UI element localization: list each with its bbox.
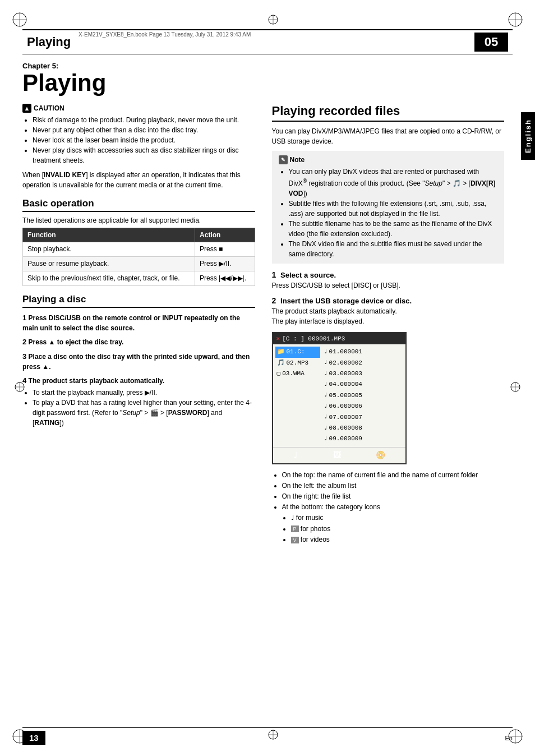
screenshot-right-panel: ♩ 01.000001 ♩ 02.000002 ♩ 03.000003 ♩ [322, 347, 403, 445]
screenshot-body: 📁 01.C: 🎵 02.MP3 ▢ 03.WMA [273, 344, 405, 447]
music-note-icon-r6: ♩ [324, 403, 328, 411]
caution-label: CAUTION [34, 104, 64, 112]
caution-title: ▲ CAUTION [22, 104, 255, 113]
disc-step-4-num: 4 [22, 376, 26, 385]
english-tab: English [521, 112, 535, 160]
screenshot-right-item-6-text: 06.000006 [329, 402, 362, 411]
note-icon: ✎ [279, 155, 288, 164]
recorded-step-2-body: The product starts playback automaticall… [272, 306, 505, 326]
caution-item-4: Never play discs with accessories such a… [33, 145, 255, 165]
music-category-icon[interactable]: ♩ [293, 450, 298, 461]
note-label: Note [290, 156, 305, 164]
screenshot-header-text: [C : ] 000001.MP3 [282, 335, 345, 342]
screenshot-close-icon: ✕ [276, 335, 280, 342]
page-footer: 13 En [22, 727, 513, 745]
music-note-icon-r2: ♩ [324, 359, 328, 367]
music-note-icon-r5: ♩ [324, 391, 328, 399]
note-list: You can only play DivX videos that are r… [279, 167, 498, 259]
two-column-layout: ▲ CAUTION Risk of damage to the product.… [22, 104, 504, 545]
basic-operation-table: Function Action Stop playback. Press ■ P… [22, 228, 255, 285]
photo-bullet-icon: P [291, 525, 299, 532]
screenshot-right-item-8-text: 08.000008 [329, 424, 362, 432]
bullet-left: On the left: the album list [282, 481, 505, 491]
disc-step-1-text: Press DISC/USB on the remote control or … [22, 314, 240, 333]
recorded-step-1-title: Select a source. [280, 271, 336, 279]
screenshot-left-item-3-text: 03.WMA [282, 370, 305, 378]
table-cell-function-3: Skip to the previous/next title, chapter… [23, 271, 195, 285]
recorded-step-1-num: 1 Select a source. [272, 270, 505, 279]
screenshot-right-item-9[interactable]: ♩ 09.000009 [322, 434, 403, 444]
disc-bullet-1: To start the playback manually, press ▶/… [33, 388, 255, 398]
note-box: ✎ Note You can only play DivX videos tha… [272, 151, 505, 264]
playing-a-disc-title: Playing a disc [22, 294, 255, 308]
screenshot-right-item-4[interactable]: ♩ 04.000004 [322, 379, 403, 390]
bullet-right: On the right: the file list [282, 491, 505, 502]
screenshot-left-item-1[interactable]: 📁 01.C: [275, 347, 320, 357]
screenshot-right-item-6[interactable]: ♩ 06.000006 [322, 401, 403, 412]
caution-list: Risk of damage to the product. During pl… [22, 115, 255, 165]
note-item-4: The DivX video file and the subtitle fil… [289, 239, 498, 259]
note-item-2: Subtitle files with the following file e… [289, 199, 498, 219]
table-cell-action-2: Press ▶/II. [195, 256, 255, 271]
screenshot-right-item-1-text: 01.000001 [329, 348, 362, 356]
video-category-icon[interactable]: 📀 [376, 450, 385, 460]
screenshot-header: ✕ [C : ] 000001.MP3 [273, 333, 405, 344]
file-icon-1: ▢ [277, 370, 281, 378]
basic-operation-subtitle: The listed operations are applicable for… [22, 216, 255, 224]
caution-icon: ▲ [22, 104, 31, 113]
screenshot-left-item-2-text: 02.MP3 [287, 359, 309, 367]
center-mark-t [268, 14, 279, 27]
music-note-icon-r1: ♩ [324, 348, 328, 356]
basic-operation-title: Basic operation [22, 198, 255, 212]
screenshot-right-item-7[interactable]: ♩ 07.000007 [322, 412, 403, 423]
photo-category-icon[interactable]: 🖼 [333, 451, 341, 460]
page-en-label: En [505, 735, 513, 741]
screenshot-right-item-3[interactable]: ♩ 03.000003 [322, 368, 403, 379]
recorded-step-1: 1 Select a source. Press DISC/USB to sel… [272, 270, 505, 291]
disc-step-2: 2 Press ▲ to eject the disc tray. [22, 336, 255, 348]
screenshot-right-item-4-text: 04.000004 [329, 380, 362, 389]
table-cell-function-1: Stop playback. [23, 242, 195, 257]
recorded-step-2-title: Insert the USB storage device or disc. [280, 297, 412, 305]
screenshot-left-item-2[interactable]: 🎵 02.MP3 [275, 358, 320, 368]
table-header-action: Action [195, 228, 255, 242]
bullet-photos: P for photos [291, 524, 505, 534]
music-note-icon-r3: ♩ [324, 370, 328, 378]
screenshot-right-item-2[interactable]: ♩ 02.000002 [322, 358, 403, 368]
bullet-videos: V for videos [291, 534, 505, 545]
note-item-3: The subtitle filename has to be the same… [289, 219, 498, 239]
video-bullet-icon: V [291, 537, 299, 543]
screenshot-right-item-8[interactable]: ♩ 08.000008 [322, 423, 403, 434]
music-note-icon-1: 🎵 [277, 359, 285, 367]
note-title: ✎ Note [279, 155, 498, 164]
music-note-icon-r9: ♩ [324, 435, 328, 443]
screenshot-right-item-5[interactable]: ♩ 05.000005 [322, 390, 403, 401]
screenshot-box: ✕ [C : ] 000001.MP3 📁 01.C: 🎵 02.MP3 [272, 332, 407, 464]
table-row: Stop playback. Press ■ [23, 242, 255, 257]
disc-step-1: 1 Press DISC/USB on the remote control o… [22, 312, 255, 334]
screenshot-right-item-1[interactable]: ♩ 01.000001 [322, 347, 403, 357]
screenshot-right-item-9-text: 09.000009 [329, 435, 362, 443]
folder-icon: 📁 [277, 348, 285, 356]
screenshot-left-item-3[interactable]: ▢ 03.WMA [275, 368, 320, 379]
disc-step-3: 3 Place a disc onto the disc tray with t… [22, 351, 255, 372]
table-row: Skip to the previous/next title, chapter… [23, 271, 255, 285]
disc-step-1-num: 1 [22, 314, 26, 322]
table-row: Pause or resume playback. Press ▶/II. [23, 256, 255, 271]
left-column: ▲ CAUTION Risk of damage to the product.… [22, 104, 255, 545]
playing-recorded-files-title: Playing recorded files [272, 104, 505, 122]
right-column: Playing recorded files You can play DivX… [272, 104, 505, 545]
caution-para: When [INVALID KEY] is displayed after an… [22, 170, 255, 190]
disc-step-4-bullets: To start the playback manually, press ▶/… [22, 388, 255, 428]
bullet-top: On the top: the name of current file and… [282, 470, 505, 481]
table-header-function: Function [23, 228, 195, 242]
caution-item-3: Never look at the laser beam inside the … [33, 135, 255, 145]
screenshot-right-item-3-text: 03.000003 [329, 370, 362, 378]
recorded-step-2-num: 2 Insert the USB storage device or disc. [272, 296, 505, 305]
screenshot-right-item-2-text: 02.000002 [329, 359, 362, 367]
music-note-icon-r4: ♩ [324, 381, 328, 389]
bullet-bottom: At the bottom: the category icons ♩ for … [282, 502, 505, 545]
screenshot-right-item-5-text: 05.000005 [329, 391, 362, 400]
disc-step-3-num: 3 [22, 352, 26, 361]
screenshot-footer: ♩ 🖼 📀 [273, 447, 405, 463]
